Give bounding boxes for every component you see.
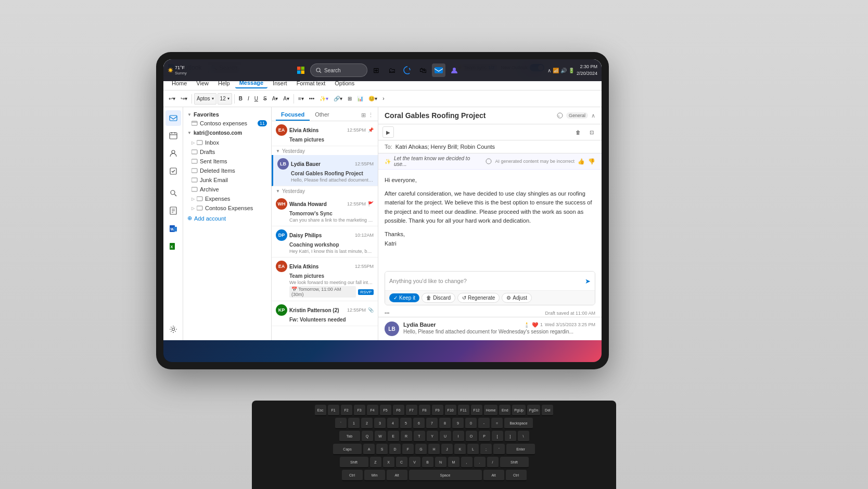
key-rshift[interactable]: Shift	[500, 457, 529, 468]
clock[interactable]: 2:30 PM 2/20/2024	[577, 63, 597, 76]
undo-button[interactable]: ↩▾	[167, 93, 177, 105]
key-p[interactable]: P	[479, 431, 490, 442]
key-space[interactable]: Space	[409, 470, 482, 481]
key-end[interactable]: End	[499, 405, 510, 416]
folder-junk[interactable]: Junk Email	[183, 175, 271, 185]
key-semicolon[interactable]: ;	[480, 444, 492, 455]
ai-suggestion-bar[interactable]: ✨ Let the team know we decided to use...…	[378, 153, 602, 170]
adjust-button[interactable]: ⚙ Adjust	[502, 293, 532, 303]
key-m[interactable]: M	[448, 457, 459, 468]
key-0[interactable]: 0	[465, 418, 477, 429]
ai-thumbdown-icon[interactable]: 👎	[588, 158, 595, 165]
nav-people-icon[interactable]	[165, 146, 181, 161]
email-item-wanda[interactable]: WH Wanda Howard 12:55PM 🚩 Tomorrow's Syn…	[272, 195, 378, 226]
folder-deleted[interactable]: Deleted Items	[183, 166, 271, 175]
rsvp-badge[interactable]: RSVP	[358, 289, 374, 295]
italic-button[interactable]: I	[246, 93, 251, 105]
table-button[interactable]: ⊞	[346, 93, 354, 105]
key-backtick[interactable]: `	[335, 418, 347, 429]
ai-write-button[interactable]: ✨▾	[317, 93, 330, 105]
nav-search-icon[interactable]	[165, 185, 181, 201]
key-f12[interactable]: F12	[471, 405, 482, 416]
nav-calendar-icon[interactable]	[165, 128, 181, 144]
folder-archive[interactable]: Archive	[183, 185, 271, 194]
key-f1[interactable]: F1	[328, 405, 339, 416]
key-lalt[interactable]: Alt	[387, 470, 407, 481]
taskbar-widgets-icon[interactable]: ⊞	[369, 63, 383, 77]
thread-preview[interactable]: LB Lydia Bauer 🕯️ ❤️ 1 Wed 3/15/2023 3:2…	[378, 317, 602, 340]
key-pgdn[interactable]: PgDn	[527, 405, 541, 416]
key-f6[interactable]: F6	[393, 405, 404, 416]
filter-icon[interactable]: ⊞	[361, 112, 366, 119]
key-b[interactable]: B	[422, 457, 433, 468]
align-button[interactable]: ≡▾	[296, 93, 306, 105]
key-f8[interactable]: F8	[419, 405, 430, 416]
folder-expenses[interactable]: ▷ Expenses	[183, 194, 271, 203]
send-icon[interactable]: ➤	[585, 277, 591, 285]
email-item-elvia-1[interactable]: EA Elvia Atkins 12:55PM 📌 Team pictures	[272, 121, 378, 146]
key-f7[interactable]: F7	[406, 405, 417, 416]
underline-button[interactable]: U	[252, 93, 260, 105]
key-caps[interactable]: Caps	[333, 444, 362, 455]
key-8[interactable]: 8	[439, 418, 451, 429]
key-5[interactable]: 5	[400, 418, 412, 429]
nav-tasks-icon[interactable]	[165, 163, 181, 179]
discard-button[interactable]: 🗑 Discard	[422, 293, 455, 303]
highlight-button[interactable]: A▾	[270, 93, 280, 105]
key-period[interactable]: .	[474, 457, 486, 468]
key-z[interactable]: Z	[370, 457, 381, 468]
email-item-kristin[interactable]: KP Kristin Patterson (2) 12:55PM 📎 Fw: V…	[272, 301, 378, 326]
more-dots[interactable]: •••	[385, 311, 389, 316]
nav-notes-icon[interactable]	[165, 203, 181, 218]
folder-inbox[interactable]: ▷ Inbox	[183, 138, 271, 147]
bold-button[interactable]: B	[237, 93, 245, 105]
key-s[interactable]: S	[376, 444, 388, 455]
folder-contoso-expenses[interactable]: Contoso expenses 11	[183, 119, 271, 128]
key-rbracket[interactable]: ]	[505, 431, 516, 442]
ai-thumbup-icon[interactable]: 👍	[578, 158, 585, 165]
sort-icon[interactable]: ⋮	[368, 112, 374, 119]
keep-button[interactable]: ✓ Keep it	[389, 293, 419, 302]
taskbar-files-icon[interactable]: 🗂	[385, 63, 399, 77]
key-f[interactable]: F	[402, 444, 414, 455]
key-home[interactable]: Home	[484, 405, 498, 416]
key-slash[interactable]: /	[487, 457, 499, 468]
nav-word-icon[interactable]: W	[165, 221, 181, 236]
key-quote[interactable]: '	[493, 444, 505, 455]
nav-settings-icon[interactable]	[165, 321, 181, 337]
key-f11[interactable]: F11	[458, 405, 469, 416]
key-ralt[interactable]: Alt	[483, 470, 504, 481]
chart-button[interactable]: 📊	[355, 93, 365, 105]
ai-draft-input[interactable]: Anything you'd like to change? ➤	[385, 272, 595, 290]
key-1[interactable]: 1	[348, 418, 360, 429]
more-button[interactable]: •••	[307, 93, 317, 105]
key-6[interactable]: 6	[413, 418, 425, 429]
start-button[interactable]	[293, 63, 308, 78]
key-j[interactable]: J	[441, 444, 453, 455]
email-item-elvia-2[interactable]: EA Elvia Atkins 12:55PM Team pictures We…	[272, 258, 378, 301]
key-e[interactable]: E	[388, 431, 399, 442]
key-pgup[interactable]: PgUp	[512, 405, 526, 416]
taskbar-edge-icon[interactable]	[401, 63, 414, 77]
archive-compose-button[interactable]: ⊡	[586, 126, 597, 138]
taskbar-teams-icon[interactable]	[448, 63, 461, 77]
key-g[interactable]: G	[415, 444, 427, 455]
nav-mail-icon[interactable]	[165, 110, 181, 126]
key-f2[interactable]: F2	[341, 405, 352, 416]
key-v[interactable]: V	[409, 457, 420, 468]
key-f10[interactable]: F10	[445, 405, 456, 416]
key-n[interactable]: N	[435, 457, 446, 468]
font-selector[interactable]: Aptos ▾	[194, 93, 216, 105]
key-3[interactable]: 3	[374, 418, 386, 429]
font-size-selector[interactable]: 12 ▾	[218, 93, 232, 105]
key-comma[interactable]: ,	[461, 457, 473, 468]
folder-contoso-expenses-2[interactable]: ▷ Contoso Expenses	[183, 203, 271, 213]
key-7[interactable]: 7	[426, 418, 438, 429]
more-toolbar[interactable]: ›	[380, 93, 386, 105]
taskbar-mail-icon[interactable]	[432, 63, 445, 77]
email-item-lydia[interactable]: LB Lydia Bauer 12:55PM Coral Gables Roof…	[272, 155, 378, 186]
key-f9[interactable]: F9	[432, 405, 443, 416]
key-h[interactable]: H	[428, 444, 440, 455]
key-9[interactable]: 9	[452, 418, 464, 429]
key-win[interactable]: Win	[364, 470, 385, 481]
